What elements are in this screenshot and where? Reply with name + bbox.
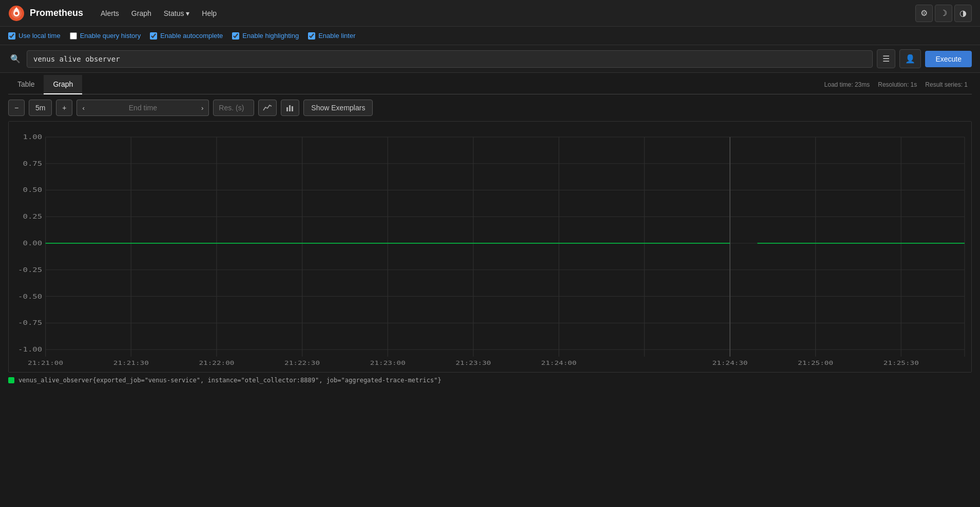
duration-decrease-button[interactable]: −	[8, 100, 25, 116]
status-dropdown[interactable]: Status ▾	[159, 6, 195, 21]
svg-text:21:25:30: 21:25:30	[883, 360, 919, 366]
bar-chart-button[interactable]	[281, 100, 299, 116]
theme-moon-button[interactable]: ☽	[935, 5, 952, 22]
navbar: Prometheus Alerts Graph Status ▾ Help ⚙ …	[0, 0, 980, 27]
execute-button[interactable]: Execute	[925, 51, 972, 67]
graph-tab[interactable]: Graph	[44, 75, 82, 94]
svg-text:21:25:00: 21:25:00	[798, 360, 833, 366]
enable-highlighting-label[interactable]: Enable highlighting	[232, 32, 299, 40]
enable-query-history-checkbox[interactable]	[70, 32, 77, 40]
svg-text:-0.25: -0.25	[18, 266, 42, 274]
svg-text:21:22:30: 21:22:30	[284, 360, 320, 366]
legend-label: venus_alive_observer{exported_job="venus…	[18, 377, 441, 384]
svg-text:0.25: 0.25	[23, 213, 43, 220]
query-input[interactable]	[27, 50, 873, 68]
load-time: Load time: 23ms	[824, 81, 870, 88]
theme-contrast-button[interactable]: ◑	[954, 5, 972, 22]
tabs-row: Table Graph Load time: 23ms Resolution: …	[8, 75, 972, 94]
enable-linter-checkbox[interactable]	[308, 32, 315, 40]
bar-chart-icon	[285, 103, 295, 112]
svg-text:0.50: 0.50	[23, 186, 43, 193]
status-dropdown-btn[interactable]: Status ▾	[159, 6, 195, 21]
legend-item: venus_alive_observer{exported_job="venus…	[8, 377, 972, 384]
svg-text:-0.50: -0.50	[18, 292, 42, 300]
help-link[interactable]: Help	[197, 6, 222, 21]
duration-increase-button[interactable]: +	[56, 100, 72, 116]
search-icon: 🔍	[8, 54, 23, 64]
show-exemplars-button[interactable]: Show Exemplars	[303, 100, 373, 116]
alerts-link[interactable]: Alerts	[95, 6, 124, 21]
endtime-prev-button[interactable]: ‹	[76, 100, 89, 116]
graph-controls: − 5m + ‹ › Show Exemplars	[8, 94, 972, 121]
navbar-brand: Prometheus	[8, 5, 83, 22]
enable-highlighting-checkbox[interactable]	[232, 32, 239, 40]
chart-svg: 1.00 0.75 0.50 0.25 0.00 -0.25 -0.50 -0.…	[9, 122, 971, 372]
svg-text:-0.75: -0.75	[18, 319, 42, 326]
toolbar: Use local time Enable query history Enab…	[0, 27, 980, 45]
resolution-input[interactable]	[213, 100, 254, 116]
endtime-group: ‹ ›	[76, 100, 209, 116]
table-tab[interactable]: Table	[8, 75, 44, 94]
resolution: Resolution: 1s	[878, 81, 917, 88]
use-local-time-label[interactable]: Use local time	[8, 32, 61, 40]
list-view-button[interactable]: ☰	[877, 49, 895, 68]
navbar-links: Alerts Graph Status ▾ Help	[95, 6, 222, 21]
main-content: Table Graph Load time: 23ms Resolution: …	[0, 75, 980, 388]
svg-point-2	[15, 12, 18, 15]
svg-text:21:21:30: 21:21:30	[113, 360, 149, 366]
settings-button[interactable]: ⚙	[915, 5, 933, 22]
query-bar: 🔍 ☰ 👤 Execute	[0, 45, 980, 73]
line-chart-button[interactable]	[258, 100, 277, 116]
endtime-input[interactable]	[90, 100, 196, 116]
svg-text:21:24:00: 21:24:00	[541, 360, 577, 366]
svg-text:21:23:30: 21:23:30	[455, 360, 491, 366]
enable-linter-label[interactable]: Enable linter	[308, 32, 355, 40]
svg-text:0.00: 0.00	[23, 240, 43, 247]
enable-autocomplete-label[interactable]: Enable autocomplete	[150, 32, 223, 40]
line-chart-icon	[263, 103, 272, 112]
prometheus-logo	[8, 5, 25, 22]
app-name: Prometheus	[30, 8, 83, 18]
svg-text:21:24:30: 21:24:30	[712, 360, 747, 366]
legend-row: venus_alive_observer{exported_job="venus…	[8, 373, 972, 388]
graph-nav-link[interactable]: Graph	[126, 6, 157, 21]
enable-query-history-label[interactable]: Enable query history	[70, 32, 141, 40]
tabs-info: Load time: 23ms Resolution: 1s Result se…	[820, 81, 972, 88]
svg-rect-4	[289, 105, 291, 111]
svg-text:21:23:00: 21:23:00	[370, 360, 406, 366]
legend-color-swatch	[8, 377, 14, 383]
svg-text:21:21:00: 21:21:00	[28, 360, 63, 366]
svg-text:21:22:00: 21:22:00	[199, 360, 234, 366]
svg-rect-6	[9, 122, 971, 372]
svg-text:0.75: 0.75	[23, 160, 43, 167]
result-series: Result series: 1	[925, 81, 968, 88]
enable-autocomplete-checkbox[interactable]	[150, 32, 157, 40]
chart-container: 1.00 0.75 0.50 0.25 0.00 -0.25 -0.50 -0.…	[8, 121, 972, 373]
duration-display: 5m	[29, 100, 52, 116]
svg-text:1.00: 1.00	[23, 133, 43, 141]
svg-text:-1.00: -1.00	[18, 346, 42, 353]
svg-rect-5	[292, 106, 293, 111]
navbar-icons: ⚙ ☽ ◑	[915, 5, 972, 22]
user-button[interactable]: 👤	[899, 49, 921, 68]
use-local-time-checkbox[interactable]	[8, 32, 15, 40]
endtime-next-button[interactable]: ›	[196, 100, 209, 116]
svg-rect-3	[286, 107, 288, 111]
